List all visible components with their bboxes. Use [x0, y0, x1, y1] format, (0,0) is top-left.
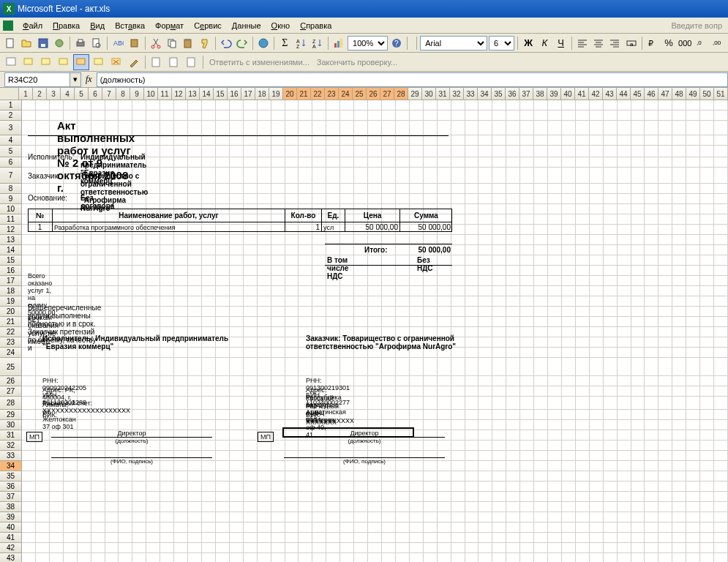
- col-header[interactable]: 35: [492, 88, 506, 100]
- chart-icon[interactable]: [331, 35, 346, 51]
- col-header[interactable]: 22: [311, 88, 325, 100]
- zoom-dropdown[interactable]: 100%: [348, 36, 388, 50]
- col-header[interactable]: 37: [519, 88, 533, 100]
- col-header[interactable]: 10: [144, 88, 158, 100]
- row-header[interactable]: 1: [0, 100, 22, 110]
- row-header[interactable]: 3: [0, 121, 22, 135]
- menu-data[interactable]: Данные: [227, 20, 266, 31]
- name-box[interactable]: R34C20: [4, 72, 70, 87]
- spelling-icon[interactable]: ABC: [110, 35, 125, 51]
- col-header[interactable]: 30: [422, 88, 436, 100]
- copy-icon[interactable]: [165, 35, 179, 51]
- col-header[interactable]: 31: [436, 88, 450, 100]
- hyperlink-icon[interactable]: [256, 35, 271, 51]
- col-header[interactable]: 39: [547, 88, 561, 100]
- col-header[interactable]: 51: [714, 88, 728, 100]
- col-header[interactable]: 44: [617, 88, 631, 100]
- italic-icon[interactable]: К: [537, 35, 552, 51]
- next-comment-icon[interactable]: [56, 54, 72, 70]
- row-header[interactable]: 36: [0, 482, 22, 492]
- formula-bar[interactable]: (должность): [97, 72, 728, 87]
- row-header[interactable]: 7: [0, 168, 22, 184]
- align-right-icon[interactable]: [607, 35, 622, 51]
- col-header[interactable]: 13: [186, 88, 200, 100]
- col-header[interactable]: 7: [102, 88, 116, 100]
- col-header[interactable]: 19: [269, 88, 283, 100]
- col-header[interactable]: 11: [158, 88, 172, 100]
- col-header[interactable]: 29: [408, 88, 422, 100]
- research-icon[interactable]: [127, 35, 142, 51]
- bold-icon[interactable]: Ж: [521, 35, 536, 51]
- menu-insert[interactable]: Вставка: [110, 20, 150, 31]
- col-header[interactable]: 46: [645, 88, 658, 100]
- col-header[interactable]: 14: [200, 88, 214, 100]
- col-header[interactable]: 17: [241, 88, 255, 100]
- fx-icon[interactable]: fx: [81, 74, 97, 85]
- ink-icon[interactable]: [126, 54, 142, 70]
- col-header[interactable]: 2: [33, 88, 47, 100]
- row-header[interactable]: 35: [0, 471, 22, 482]
- col-header[interactable]: 12: [172, 88, 186, 100]
- accept-icon[interactable]: [166, 54, 182, 70]
- row-header[interactable]: 2: [0, 110, 22, 121]
- col-header[interactable]: 42: [589, 88, 603, 100]
- row-header[interactable]: 6: [0, 157, 22, 168]
- col-header[interactable]: 50: [700, 88, 714, 100]
- menu-tools[interactable]: Сервис: [189, 20, 227, 31]
- row-header[interactable]: 9: [0, 194, 22, 204]
- print-preview-icon[interactable]: [89, 35, 104, 51]
- reject-icon[interactable]: [184, 54, 200, 70]
- row-header[interactable]: 18: [0, 286, 22, 296]
- col-header[interactable]: 43: [603, 88, 617, 100]
- delete-comment-icon[interactable]: [108, 54, 124, 70]
- col-header[interactable]: 6: [89, 88, 102, 100]
- align-left-icon[interactable]: [575, 35, 590, 51]
- row-header[interactable]: 34: [0, 461, 22, 471]
- col-header[interactable]: 41: [575, 88, 589, 100]
- decrease-decimal-icon[interactable]: ,00: [710, 35, 725, 51]
- row-header[interactable]: 19: [0, 296, 22, 307]
- row-header[interactable]: 24: [0, 348, 22, 358]
- row-header[interactable]: 11: [0, 214, 22, 225]
- sort-desc-icon[interactable]: ZA: [310, 35, 325, 51]
- row-header[interactable]: 32: [0, 441, 22, 451]
- cut-icon[interactable]: [149, 35, 163, 51]
- row-header[interactable]: 27: [0, 386, 22, 397]
- row-header[interactable]: 23: [0, 337, 22, 348]
- row-header[interactable]: 41: [0, 533, 22, 543]
- font-dropdown[interactable]: Arial: [420, 36, 487, 50]
- col-header[interactable]: 4: [61, 88, 75, 100]
- row-header[interactable]: 43: [0, 553, 22, 562]
- row-header[interactable]: 42: [0, 543, 22, 553]
- col-header[interactable]: 48: [672, 88, 686, 100]
- row-header[interactable]: 37: [0, 492, 22, 502]
- row-header[interactable]: 15: [0, 255, 22, 266]
- row-header[interactable]: 25: [0, 358, 22, 376]
- row-header[interactable]: 22: [0, 327, 22, 337]
- open-icon[interactable]: [19, 35, 34, 51]
- row-header[interactable]: 4: [0, 135, 22, 146]
- font-size-dropdown[interactable]: 6: [489, 36, 514, 50]
- col-header[interactable]: 27: [380, 88, 394, 100]
- merge-icon[interactable]: a: [623, 35, 638, 51]
- col-header[interactable]: 16: [228, 88, 241, 100]
- align-center-icon[interactable]: [591, 35, 606, 51]
- new-icon[interactable]: [3, 35, 18, 51]
- row-header[interactable]: 38: [0, 502, 22, 512]
- col-header[interactable]: 36: [506, 88, 519, 100]
- col-header[interactable]: 34: [478, 88, 492, 100]
- row-header[interactable]: 28: [0, 397, 22, 410]
- print-icon[interactable]: [73, 35, 88, 51]
- row-header[interactable]: 26: [0, 376, 22, 386]
- percent-icon[interactable]: %: [661, 35, 676, 51]
- menu-view[interactable]: Вид: [85, 20, 110, 31]
- col-header[interactable]: 40: [561, 88, 575, 100]
- col-header[interactable]: 1: [19, 88, 33, 100]
- row-header[interactable]: 12: [0, 225, 22, 235]
- col-header[interactable]: 38: [533, 88, 547, 100]
- col-header[interactable]: 33: [464, 88, 478, 100]
- col-header[interactable]: 47: [658, 88, 672, 100]
- sort-asc-icon[interactable]: AZ: [293, 35, 308, 51]
- col-header[interactable]: 21: [297, 88, 311, 100]
- menu-window[interactable]: Окно: [266, 20, 296, 31]
